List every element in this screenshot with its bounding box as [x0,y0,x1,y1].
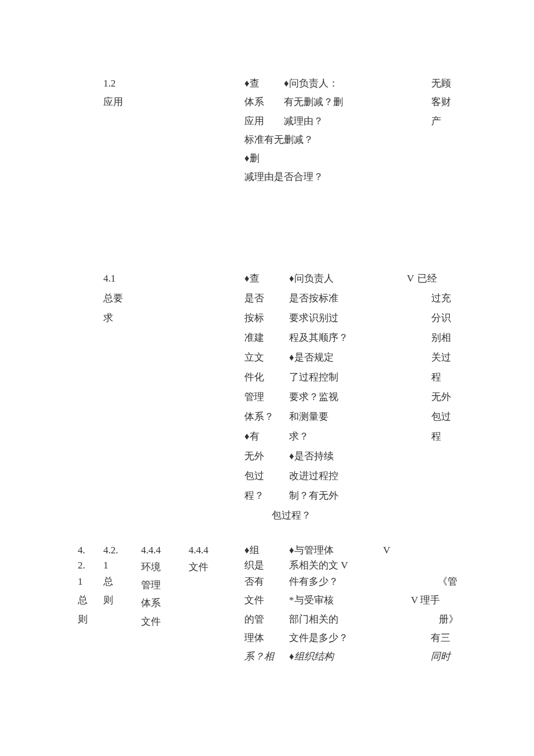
text: 无外 [244,447,274,466]
r2-col1: 4.1 总要 求 [103,269,123,328]
text: 文件 [141,613,161,631]
text: 包过 [244,466,274,486]
text [383,573,418,591]
text: 要求？监视 [289,387,348,407]
text: V [407,269,414,289]
text: 程？ [244,486,274,506]
text: 别相 [431,328,451,348]
text: 册》 [439,610,459,629]
text: 制？有无外 [289,486,348,506]
text: 1.2 [103,74,123,93]
text: *与受审核 [289,591,348,610]
text: 减理由是否合理？ [244,168,323,186]
r2-col7: 已经 过充 分识 别相 关过 程 无外 包过 程 [417,269,451,447]
text: 部门相关的 [289,610,348,629]
text: 有无删减？删 [284,93,343,111]
text: 1 [103,558,118,573]
text: 4.1 [103,269,123,289]
text: 4. [78,543,88,558]
text: V [411,591,418,610]
text: 无顾 [431,74,451,93]
text: 件化 [244,368,274,387]
r2-col5: ♦问负责人 是否按标准 要求识别过 程及其顺序？ ♦是否规定 了过程控制 要求？… [289,269,348,525]
r3-col4: ♦组 织是 否有 文件 的管 理体 系？相 [244,543,274,666]
text: ♦与管理体 [289,543,348,558]
text: 求 [103,308,123,328]
text: 包过 [431,407,451,427]
r3-col2b: 4.4.4 文件 [189,543,208,577]
text: 产 [431,112,451,131]
text: 是否按标准 [289,289,348,308]
text: 织是 [244,558,274,573]
text: 的管 [244,610,274,629]
text: ♦组织结构 [289,647,348,666]
r3-col1a: 4. 2. 1 总 则 [78,543,88,629]
text: ♦是否规定 [289,348,348,368]
text: 无外 [431,387,451,407]
text: 总 [103,573,118,591]
text [427,543,459,558]
text: 要求识别过 [289,308,348,328]
text: 2. [78,558,88,573]
text: 环境 [141,558,161,576]
text: 则 [103,591,118,610]
text: 体系 [141,594,161,612]
text: 客财 [431,93,451,111]
r1-col5: ♦问负责人： 有无删减？删 减理由？ [284,74,343,131]
text: 《管 [438,573,459,591]
text: ♦组 [244,543,274,558]
r2-col6: V [407,269,414,289]
text [383,558,418,573]
text: 程 [431,368,451,387]
text: 否有 [244,573,274,591]
text: 是否 [244,289,274,308]
text: 改进过程控 [289,466,348,486]
text: 程及其顺序？ [289,328,348,348]
text: 件有多少？ [289,573,348,591]
text: 准建 [244,328,274,348]
r3-col6: V V [383,543,418,610]
r3-col5: ♦与管理体 系相关的文 V 件有多少？ *与受审核 部门相关的 文件是多少？ ♦… [289,543,348,666]
text: 文件 [244,591,274,610]
text: ♦有 [244,427,274,447]
text: 4.4.4 [141,543,161,558]
text: 减理由？ [284,112,343,131]
text: 求？ [289,427,348,447]
r1-col1: 1.2 应用 [103,74,123,112]
text: 则 [78,610,88,629]
text: 按标 [244,308,274,328]
text: 同时 [431,647,459,666]
text: 4.2. [103,543,118,558]
text: 文件是多少？ [289,629,348,647]
text: ♦问负责人 [289,269,348,289]
text: 应用 [103,93,123,111]
text: 已经 [417,269,451,289]
text: 程 [431,427,451,447]
text: 文件 [189,558,208,577]
text: 关过 [431,348,451,368]
text: ♦问负责人： [284,74,343,93]
r3-col1b: 4.2. 1 总 则 [103,543,118,610]
text: 4.4.4 [189,543,208,558]
r3-col2a: 4.4.4 环境 管理 体系 文件 [141,543,161,631]
text: 立文 [244,348,274,368]
text: 体系？ [244,407,274,427]
text: 1 [78,573,88,591]
text: 了过程控制 [289,368,348,387]
text: 系相关的文 V [289,558,348,573]
r3-col7: 《管 理手 册》 有三 同时 [427,543,459,666]
text: 包过程？ [272,506,348,525]
text: 系？相 [244,647,274,666]
text: 分识 [431,308,451,328]
text: 总要 [103,289,123,308]
text: 管理 [244,387,274,407]
text: 理手 [420,591,459,610]
text: ♦查 [244,269,274,289]
text: 过充 [431,289,451,308]
text [427,558,459,573]
text: 有三 [431,629,459,647]
text: 管理 [141,576,161,594]
text: 总 [78,591,88,610]
r1-col7: 无顾 客财 产 [431,74,451,131]
text: 和测量要 [289,407,348,427]
